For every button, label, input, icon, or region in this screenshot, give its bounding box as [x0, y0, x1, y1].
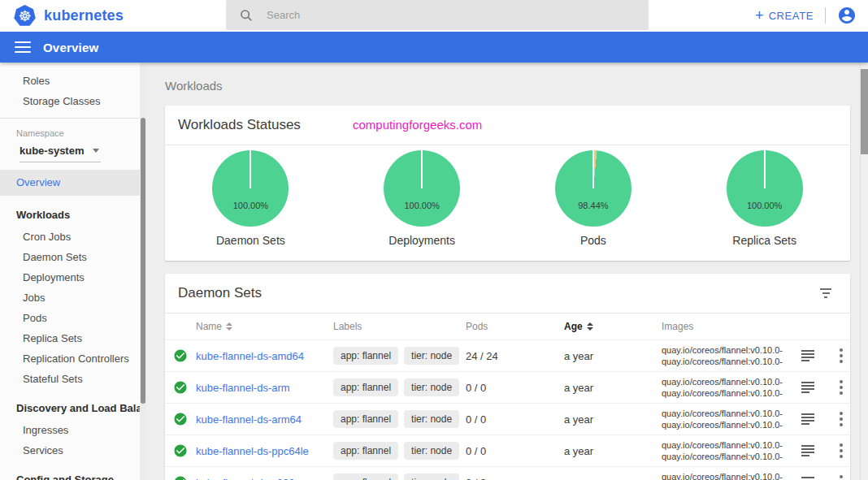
main-content: Workloads Workloads Statuses computingfo…	[146, 63, 860, 480]
image-line: quay.io/coreos/flannel:v0.10.0-	[662, 387, 801, 399]
kebab-menu-icon[interactable]	[831, 348, 850, 363]
pie-tick	[250, 150, 251, 188]
kubernetes-logo-icon: ☸	[14, 5, 36, 27]
label-chip: app: flannel	[333, 410, 398, 428]
account-circle-icon	[837, 6, 857, 25]
daemon-sets-card: Daemon Sets Name Labels Pods Age	[165, 274, 850, 480]
create-button[interactable]: + CREATE	[755, 8, 814, 23]
sidebar-section-workloads[interactable]: Workloads	[0, 204, 146, 227]
pie-chart: 100.00%	[727, 150, 803, 227]
pie-deployments: 100.00% Deployments	[336, 150, 508, 247]
daemon-set-name-link[interactable]: kube-flannel-ds-arm	[196, 382, 290, 394]
age-cell: a year	[564, 477, 662, 480]
logs-icon[interactable]	[801, 445, 815, 456]
sidebar-section-config-storage[interactable]: Config and Storage	[0, 469, 146, 480]
sidebar-item-cron-jobs[interactable]: Cron Jobs	[0, 227, 146, 247]
table-body: kube-flannel-ds-amd64 app: flannel tier:…	[165, 340, 850, 480]
toolbar: Overview	[0, 32, 868, 63]
daemon-set-name-link[interactable]: kube-flannel-ds-ppc64le	[196, 445, 309, 457]
brand[interactable]: ☸ kubernetes	[14, 5, 124, 27]
window-scrollbar[interactable]	[860, 63, 868, 480]
check-circle-icon	[173, 380, 188, 395]
window-scrollbar-thumb[interactable]	[861, 69, 868, 154]
sidebar-item-services[interactable]: Services	[0, 440, 146, 461]
logs-icon[interactable]	[801, 350, 815, 361]
sidebar-item-deployments[interactable]: Deployments	[0, 267, 146, 288]
chevron-down-icon	[93, 149, 99, 153]
sidebar-section-discovery[interactable]: Discovery and Load Balancing	[0, 397, 146, 420]
sidebar-item-stateful-sets[interactable]: Stateful Sets	[0, 369, 146, 389]
check-circle-icon	[173, 412, 188, 426]
filter-icon[interactable]	[819, 288, 832, 298]
images-cell: quay.io/coreos/flannel:v0.10.0- quay.io/…	[662, 376, 801, 399]
label-chip: app: flannel	[333, 442, 398, 460]
label-chip: tier: node	[404, 347, 459, 365]
sidebar: Roles Storage Classes Namespace kube-sys…	[0, 63, 146, 480]
table-row: kube-flannel-ds-amd64 app: flannel tier:…	[165, 340, 850, 372]
pie-chart: 100.00%	[384, 150, 460, 227]
kebab-menu-icon[interactable]	[831, 412, 850, 426]
kebab-menu-icon[interactable]	[831, 443, 850, 458]
sidebar-scrollbar[interactable]	[140, 63, 146, 480]
plus-icon: +	[755, 8, 764, 23]
daemon-sets-card-title: Daemon Sets	[178, 285, 262, 301]
pie-label: Deployments	[388, 234, 455, 247]
logs-icon[interactable]	[801, 382, 815, 393]
status-cell	[165, 348, 196, 363]
sort-icon	[587, 322, 593, 331]
logs-icon[interactable]	[801, 477, 815, 480]
label-chip: app: flannel	[333, 474, 398, 480]
age-cell: a year	[564, 413, 662, 426]
daemon-sets-card-header: Daemon Sets	[165, 274, 850, 314]
table-row: kube-flannel-ds-arm64 app: flannel tier:…	[165, 404, 850, 435]
age-cell: a year	[564, 350, 662, 362]
age-cell: a year	[564, 445, 662, 457]
namespace-select[interactable]: kube-system	[20, 145, 101, 162]
image-line: quay.io/coreos/flannel:v0.10.0-	[662, 344, 801, 356]
sidebar-item-jobs[interactable]: Jobs	[0, 288, 146, 308]
column-header-name[interactable]: Name	[196, 321, 333, 332]
daemon-set-name-link[interactable]: kube-flannel-ds-amd64	[196, 350, 304, 362]
sidebar-item-replication-controllers[interactable]: Replication Controllers	[0, 348, 146, 369]
pie-percent: 100.00%	[212, 201, 289, 210]
status-cell	[165, 443, 196, 458]
daemon-set-name-link[interactable]: kube-flannel-ds-s390x	[196, 477, 300, 480]
pie-label: Replica Sets	[732, 234, 796, 247]
sidebar-item-replica-sets[interactable]: Replica Sets	[0, 328, 146, 348]
label-chip: tier: node	[404, 474, 459, 480]
hamburger-menu-icon[interactable]	[15, 38, 31, 56]
check-circle-icon	[173, 475, 188, 480]
header-actions: + CREATE	[755, 0, 857, 31]
table-header: Name Labels Pods Age Images	[165, 314, 850, 340]
workloads-statuses-card: Workloads Statuses computingforgeeks.com…	[165, 106, 850, 261]
pie-chart: 98.44%	[555, 150, 631, 227]
statuses-card-header: Workloads Statuses computingforgeeks.com	[165, 106, 850, 145]
sidebar-item-daemon-sets[interactable]: Daemon Sets	[0, 247, 146, 267]
page-heading: Overview	[43, 41, 98, 54]
column-header-age[interactable]: Age	[564, 321, 662, 332]
sidebar-item-roles[interactable]: Roles	[0, 71, 146, 91]
pods-cell: 24 / 24	[466, 350, 564, 362]
sidebar-item-storage-classes[interactable]: Storage Classes	[0, 91, 146, 111]
sidebar-item-pods[interactable]: Pods	[0, 308, 146, 328]
kebab-menu-icon[interactable]	[831, 475, 850, 480]
column-header-images: Images	[662, 321, 801, 332]
images-cell: quay.io/coreos/flannel:v0.10.0- quay.io/…	[662, 408, 801, 430]
sidebar-item-overview[interactable]: Overview	[0, 170, 140, 196]
labels-cell: app: flannel tier: node	[333, 474, 466, 480]
pie-pods: 98.44% Pods	[508, 150, 679, 247]
pods-cell: 0 / 0	[466, 477, 564, 480]
sidebar-scrollbar-thumb[interactable]	[141, 118, 145, 404]
image-line: quay.io/coreos/flannel:v0.10.0-	[662, 451, 801, 462]
account-button[interactable]	[837, 6, 857, 25]
search-bar[interactable]	[226, 0, 649, 30]
kebab-menu-icon[interactable]	[831, 380, 850, 395]
search-input[interactable]	[267, 9, 608, 21]
daemon-set-name-link[interactable]: kube-flannel-ds-arm64	[196, 413, 302, 426]
image-line: quay.io/coreos/flannel:v0.10.0-	[662, 408, 801, 419]
age-cell: a year	[564, 382, 662, 394]
sidebar-item-ingresses[interactable]: Ingresses	[0, 420, 146, 440]
sidebar-divider	[0, 118, 146, 119]
search-icon	[239, 8, 254, 23]
logs-icon[interactable]	[801, 413, 815, 425]
